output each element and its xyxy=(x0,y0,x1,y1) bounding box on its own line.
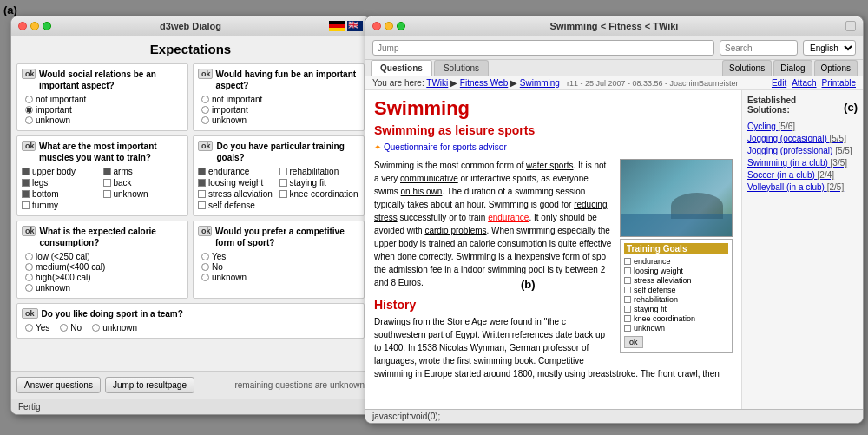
check-q3-1[interactable] xyxy=(103,168,111,175)
solution-jogging-pro[interactable]: Jogging (professional) [5/5] xyxy=(747,146,858,155)
tab-solutions-right[interactable]: Solutions xyxy=(722,60,772,76)
option-q5-0[interactable]: low (<250 cal) xyxy=(25,252,183,261)
radio-q1-0[interactable] xyxy=(25,96,33,103)
breadcrumb-swimming[interactable]: Swimming xyxy=(520,78,560,88)
option-q1-0[interactable]: not important xyxy=(25,95,183,104)
option-q4-6[interactable]: self defense xyxy=(198,201,279,210)
check-q3-2[interactable] xyxy=(22,179,30,187)
radio-q7-1[interactable] xyxy=(60,324,68,332)
minimize-button[interactable] xyxy=(30,22,39,30)
solution-jogging-occ[interactable]: Jogging (occasional) [5/5] xyxy=(747,134,858,143)
questionnaire-link[interactable]: ✦ Questionnaire for sports advisor xyxy=(374,142,733,152)
popup-check-endurance[interactable] xyxy=(624,258,631,265)
option-q3-6[interactable]: tummy xyxy=(22,201,102,210)
option-q6-1[interactable]: No xyxy=(201,262,359,272)
german-flag-icon[interactable] xyxy=(329,21,345,31)
radio-q6-2[interactable] xyxy=(201,274,209,281)
resize-handle[interactable] xyxy=(845,21,856,31)
radio-q2-0[interactable] xyxy=(201,96,209,103)
option-q5-1[interactable]: medium(<400 cal) xyxy=(25,262,183,272)
option-q3-1[interactable]: arms xyxy=(103,167,184,176)
browser-close-button[interactable] xyxy=(372,22,381,30)
option-q2-0[interactable]: not important xyxy=(201,95,359,104)
radio-q6-1[interactable] xyxy=(201,263,209,271)
option-q5-2[interactable]: high(>400 cal) xyxy=(25,273,183,282)
popup-check-stress[interactable] xyxy=(624,277,631,284)
solution-soccer[interactable]: Soccer (in a club) [2/4] xyxy=(747,170,858,180)
option-q2-1[interactable]: important xyxy=(201,105,359,115)
popup-check-defense[interactable] xyxy=(624,287,631,293)
option-q7-2[interactable]: unknown xyxy=(92,323,137,333)
option-q1-1[interactable]: important xyxy=(25,105,183,115)
option-q3-4[interactable]: bottom xyxy=(22,189,102,199)
check-q4-5[interactable] xyxy=(279,190,287,198)
tab-options-right[interactable]: Options xyxy=(814,60,858,76)
breadcrumb-twiki[interactable]: TWiki xyxy=(426,78,448,88)
option-q6-2[interactable]: unknown xyxy=(201,273,359,282)
jump-to-result-button[interactable]: Jump to resultpage xyxy=(105,377,194,393)
answer-questions-button[interactable]: Answer questions xyxy=(16,377,101,393)
popup-check-knee[interactable] xyxy=(624,315,631,322)
check-q3-3[interactable] xyxy=(103,179,111,187)
popup-check-rehab[interactable] xyxy=(624,296,631,303)
radio-q7-0[interactable] xyxy=(25,324,33,332)
option-q3-5[interactable]: unknown xyxy=(103,189,184,199)
check-q4-2[interactable] xyxy=(198,179,206,187)
check-q4-4[interactable] xyxy=(198,190,206,198)
radio-q2-1[interactable] xyxy=(201,106,209,114)
uk-flag-icon[interactable] xyxy=(347,21,363,31)
browser-minimize-button[interactable] xyxy=(385,22,393,30)
option-q2-2[interactable]: unknown xyxy=(201,115,359,125)
solution-volleyball[interactable]: Volleyball (in a club) [2/5] xyxy=(747,182,858,192)
radio-q5-1[interactable] xyxy=(25,263,33,271)
option-q4-1[interactable]: rehabilitation xyxy=(279,167,360,176)
option-q4-2[interactable]: loosing weight xyxy=(198,178,279,188)
check-q3-5[interactable] xyxy=(103,190,111,198)
search-input[interactable] xyxy=(720,40,798,56)
check-q4-3[interactable] xyxy=(279,179,287,187)
option-q4-3[interactable]: staying fit xyxy=(279,178,360,188)
check-q4-0[interactable] xyxy=(198,168,206,175)
popup-check-loosing[interactable] xyxy=(624,267,631,274)
check-q3-0[interactable] xyxy=(22,168,30,175)
option-q4-5[interactable]: knee coordination xyxy=(279,189,360,199)
popup-ok-button[interactable]: ok xyxy=(624,336,643,348)
attach-link[interactable]: Attach xyxy=(792,78,816,88)
language-select[interactable]: English xyxy=(803,40,856,56)
check-q4-6[interactable] xyxy=(198,201,206,209)
close-button[interactable] xyxy=(18,22,27,30)
popup-check-staying[interactable] xyxy=(624,306,631,313)
tab-solutions[interactable]: Solutions xyxy=(434,60,489,76)
option-q5-3[interactable]: unknown xyxy=(25,283,183,293)
radio-q7-2[interactable] xyxy=(92,324,100,332)
check-q3-4[interactable] xyxy=(22,190,30,198)
option-q7-0[interactable]: Yes xyxy=(25,323,49,333)
edit-link[interactable]: Edit xyxy=(772,78,786,88)
option-q7-1[interactable]: No xyxy=(60,323,82,333)
radio-q1-1[interactable] xyxy=(25,106,33,114)
radio-q1-2[interactable] xyxy=(25,116,33,124)
check-q3-6[interactable] xyxy=(22,201,30,209)
radio-q6-0[interactable] xyxy=(201,253,209,260)
printable-link[interactable]: Printable xyxy=(822,78,856,88)
breadcrumb-fitness[interactable]: Fitness Web xyxy=(460,78,508,88)
address-input[interactable] xyxy=(372,40,714,56)
radio-q5-0[interactable] xyxy=(25,253,33,260)
solution-cycling[interactable]: Cycling [5/6] xyxy=(747,122,858,131)
option-q1-2[interactable]: unknown xyxy=(25,115,183,125)
option-q3-3[interactable]: back xyxy=(103,178,184,188)
radio-q2-2[interactable] xyxy=(201,116,209,124)
option-q4-0[interactable]: endurance xyxy=(198,167,279,176)
radio-q5-3[interactable] xyxy=(25,284,33,292)
option-q4-4[interactable]: stress alleviation xyxy=(198,189,279,199)
option-q6-0[interactable]: Yes xyxy=(201,252,359,261)
maximize-button[interactable] xyxy=(43,22,51,30)
tab-dialog-right[interactable]: Dialog xyxy=(773,60,812,76)
solution-swimming[interactable]: Swimming (in a club) [3/5] xyxy=(747,158,858,168)
option-q3-2[interactable]: legs xyxy=(22,178,102,188)
tab-questions[interactable]: Questions xyxy=(371,60,432,76)
popup-check-unknown[interactable] xyxy=(624,325,631,332)
browser-maximize-button[interactable] xyxy=(397,22,405,30)
radio-q5-2[interactable] xyxy=(25,274,33,281)
option-q3-0[interactable]: upper body xyxy=(22,167,102,176)
